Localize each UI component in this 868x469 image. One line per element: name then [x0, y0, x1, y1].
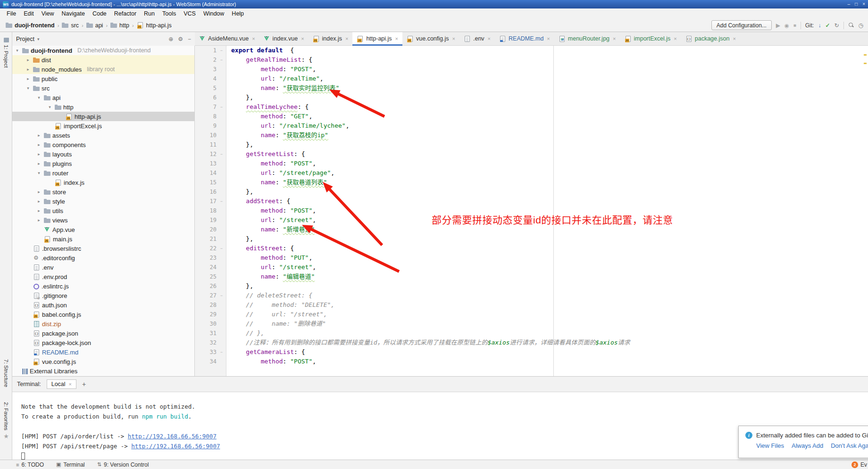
close-button[interactable]: ×: [862, 0, 865, 8]
tab-index-vue[interactable]: index.vue×: [259, 32, 309, 45]
code-line[interactable]: 27− // deleteStreet: {: [195, 291, 868, 300]
new-terminal-button[interactable]: +: [82, 380, 86, 388]
line-number[interactable]: 8: [195, 113, 217, 120]
tree-item-env[interactable]: .env: [12, 263, 194, 272]
line-number[interactable]: 19: [195, 217, 217, 223]
chevron-right-icon[interactable]: ▸: [36, 142, 42, 147]
tree-item-dist[interactable]: ▸dist: [12, 55, 194, 65]
close-icon[interactable]: ×: [547, 36, 550, 41]
line-number[interactable]: 15: [195, 179, 217, 186]
line-number[interactable]: 24: [195, 264, 217, 271]
tree-item-http[interactable]: ▾http: [12, 102, 194, 112]
code-line[interactable]: 31 // },: [195, 329, 868, 338]
status-item-terminal[interactable]: ▣Terminal: [56, 461, 85, 468]
chevron-right-icon[interactable]: ▸: [25, 76, 31, 81]
close-icon[interactable]: ×: [613, 36, 616, 41]
tree-item-router[interactable]: ▾router: [12, 168, 194, 178]
tree-item-views[interactable]: ▸views: [12, 215, 194, 225]
chevron-right-icon[interactable]: ▸: [36, 208, 42, 213]
line-number[interactable]: 13: [195, 160, 217, 167]
notification-action-don-t-ask-agai[interactable]: Don't Ask Agai: [831, 442, 868, 449]
notification-action-always-add[interactable]: Always Add: [792, 442, 823, 449]
tree-item-plugins[interactable]: ▸plugins: [12, 159, 194, 168]
code-line[interactable]: 20 name: "新增巷道": [195, 225, 868, 234]
tree-item-node-modules[interactable]: ▸node_moduleslibrary root: [12, 65, 194, 74]
code-line[interactable]: 14 url: "/street/page",: [195, 168, 868, 178]
tree-item-index-js[interactable]: index.js: [12, 178, 194, 187]
line-number[interactable]: 4: [195, 75, 217, 82]
line-number[interactable]: 12: [195, 151, 217, 157]
down-icon[interactable]: ↓: [818, 21, 821, 30]
menu-item-help[interactable]: Help: [228, 8, 248, 19]
tab-menurouter-jpg[interactable]: menuRouter.jpg×: [554, 32, 620, 45]
terminal-link[interactable]: http://192.168.66.56:9007: [131, 443, 220, 450]
code-line[interactable]: 17− addStreet: {: [195, 197, 868, 206]
tree-item-package-lock-json[interactable]: package-lock.json: [12, 338, 194, 347]
project-panel-title[interactable]: Project: [16, 36, 34, 42]
close-icon[interactable]: ×: [452, 36, 455, 41]
line-number[interactable]: 2: [195, 57, 217, 63]
close-icon[interactable]: ×: [345, 36, 348, 41]
tree-item-components[interactable]: ▸components: [12, 140, 194, 149]
code-line[interactable]: 18 method: "POST",: [195, 206, 868, 215]
line-number[interactable]: 31: [195, 330, 217, 337]
error-stripe-mark[interactable]: [864, 63, 867, 64]
notification-action-view-files[interactable]: View Files: [756, 442, 784, 449]
line-number[interactable]: 14: [195, 170, 217, 176]
code-line[interactable]: 34 method: "POST",: [195, 357, 868, 366]
breadcrumb-item-http[interactable]: http: [110, 22, 129, 29]
search-icon[interactable]: [848, 22, 854, 28]
code-line[interactable]: 33− getCameraList: {: [195, 347, 868, 357]
menu-item-window[interactable]: Window: [200, 8, 228, 19]
tree-item-external-libraries[interactable]: External Libraries: [12, 366, 194, 376]
tab-readme-md[interactable]: README.md×: [495, 32, 554, 45]
line-number[interactable]: 17: [195, 198, 217, 205]
chevron-down-icon[interactable]: ▾: [14, 48, 20, 53]
tree-item-duoji-frontend[interactable]: ▾duoji-frontendD:\zheheWeb\duoji-fronten…: [12, 46, 194, 55]
code-line[interactable]: 6 },: [195, 93, 868, 102]
line-number[interactable]: 28: [195, 302, 217, 308]
chevron-down-icon[interactable]: ▾: [25, 86, 31, 91]
chevron-right-icon[interactable]: ▸: [36, 133, 42, 138]
line-number[interactable]: 6: [195, 94, 217, 101]
close-icon[interactable]: ×: [301, 36, 304, 41]
line-number[interactable]: 33: [195, 349, 217, 355]
code-line[interactable]: 16 },: [195, 187, 868, 197]
tab-env[interactable]: .env×: [459, 32, 495, 45]
code-line[interactable]: 9 url: "/realTime/lychee",: [195, 121, 868, 131]
fold-icon[interactable]: −: [217, 350, 226, 354]
code-line[interactable]: 10 name: "获取荔枝的ip": [195, 131, 868, 140]
tree-item-store[interactable]: ▸store: [12, 187, 194, 197]
tree-item-dist-zip[interactable]: dist.zip: [12, 319, 194, 329]
play-icon[interactable]: ▶: [776, 21, 780, 30]
line-number[interactable]: 1: [195, 47, 217, 54]
line-number[interactable]: 18: [195, 207, 217, 214]
tree-item-public[interactable]: ▸public: [12, 74, 194, 83]
tool-window-button-project[interactable]: 1: Project: [0, 38, 12, 68]
code-line[interactable]: 11 },: [195, 140, 868, 149]
close-icon[interactable]: ×: [395, 36, 398, 41]
line-number[interactable]: 7: [195, 104, 217, 110]
terminal-tab-local[interactable]: Local ×: [47, 379, 76, 389]
stop-icon[interactable]: ■: [793, 21, 796, 30]
code-line[interactable]: 2− getRealTimeList: {: [195, 55, 868, 65]
line-number[interactable]: 26: [195, 283, 217, 289]
tree-item-assets[interactable]: ▸assets: [12, 131, 194, 140]
check-icon[interactable]: ✓: [825, 21, 830, 30]
line-number[interactable]: 25: [195, 273, 217, 280]
code-line[interactable]: 30 // name: "删除巷道": [195, 319, 868, 329]
line-number[interactable]: 5: [195, 85, 217, 91]
line-number[interactable]: 22: [195, 245, 217, 252]
chevron-right-icon[interactable]: ▸: [25, 58, 31, 62]
menu-item-tools[interactable]: Tools: [159, 8, 180, 19]
code-line[interactable]: 8 method: "GET",: [195, 112, 868, 121]
code-line[interactable]: 26 },: [195, 281, 868, 291]
menu-item-navigate[interactable]: Navigate: [58, 8, 89, 19]
close-icon[interactable]: ×: [674, 36, 676, 41]
menu-item-file[interactable]: File: [3, 8, 20, 19]
fold-icon[interactable]: −: [217, 58, 226, 62]
status-item-6-todo[interactable]: ≡6: TODO: [16, 461, 44, 468]
status-item-9-version-control[interactable]: ⇅9: Version Control: [97, 461, 149, 468]
hide-panel-icon[interactable]: −: [188, 36, 191, 42]
code-line[interactable]: 13 method: "POST",: [195, 159, 868, 168]
